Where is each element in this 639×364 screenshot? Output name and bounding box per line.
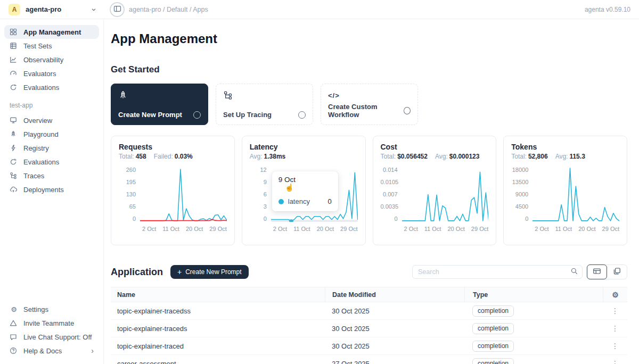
row-menu-button[interactable]: ⋮ bbox=[611, 307, 619, 315]
app-date: 27 Oct 2025 bbox=[325, 360, 464, 364]
rocket-icon bbox=[118, 90, 201, 101]
chart-title: Requests bbox=[119, 143, 227, 151]
sidebar-item-playground[interactable]: Playground bbox=[4, 127, 99, 141]
sidebar-item-registry[interactable]: Registry bbox=[4, 141, 99, 155]
triangle-icon bbox=[10, 319, 18, 327]
table-row[interactable]: topic-explainer-traced 30 Oct 2025 compl… bbox=[111, 337, 627, 355]
workspace-selector[interactable]: A agenta-pro bbox=[9, 4, 97, 15]
app-date: 30 Oct 2025 bbox=[325, 307, 464, 315]
sidebar-item-invite-teammate[interactable]: Invite Teammate bbox=[4, 316, 99, 330]
table-view-button[interactable] bbox=[587, 264, 607, 279]
tree-icon bbox=[223, 90, 306, 101]
y-ticks: 1800013500900045000 bbox=[511, 167, 532, 222]
app-name: topic-explainer-traced bbox=[111, 342, 325, 350]
table-row[interactable]: topic-explainer-tracedss 30 Oct 2025 com… bbox=[111, 302, 627, 320]
app-version: agenta v0.59.10 bbox=[585, 6, 630, 13]
chevron-right-icon: › bbox=[91, 346, 94, 355]
app-date: 30 Oct 2025 bbox=[325, 325, 464, 333]
main-content: App Management Get Started Create New Pr… bbox=[104, 20, 639, 364]
sidebar-item-label: Help & Docs bbox=[23, 347, 62, 355]
table-settings-icon[interactable]: ⚙ bbox=[612, 291, 619, 299]
sidebar-item-app-management[interactable]: App Management bbox=[4, 25, 99, 39]
chart-title: Latency bbox=[250, 143, 358, 151]
card-view-button[interactable] bbox=[607, 265, 627, 279]
type-badge: completion bbox=[472, 341, 514, 352]
y-ticks: 0.0140.01050.0070.00350 bbox=[381, 167, 402, 222]
row-menu-button[interactable]: ⋮ bbox=[611, 325, 619, 332]
column-name: Name bbox=[111, 291, 325, 299]
table-row[interactable]: career-assessment 27 Oct 2025 completion… bbox=[111, 355, 627, 364]
x-ticks: 2 Oct11 Oct20 Oct29 Oct bbox=[535, 226, 619, 232]
sidebar-item-test-sets[interactable]: Test Sets bbox=[4, 39, 99, 53]
card-label: Create Custom Workflow bbox=[328, 103, 404, 119]
type-badge: completion bbox=[472, 323, 514, 334]
workspace-avatar: A bbox=[9, 4, 20, 15]
sidebar-item-evaluators[interactable]: Evaluators bbox=[4, 67, 99, 80]
search-box bbox=[412, 265, 583, 279]
set-up-tracing-card[interactable]: Set Up Tracing bbox=[216, 84, 313, 125]
sidebar-item-label: Evaluators bbox=[23, 70, 56, 78]
row-menu-button[interactable]: ⋮ bbox=[611, 360, 619, 364]
hover-guideline bbox=[271, 220, 358, 222]
column-type: Type bbox=[464, 287, 603, 302]
code-icon: </> bbox=[328, 90, 411, 101]
lightning-icon bbox=[10, 144, 18, 152]
sidebar-item-label: Evaluations bbox=[23, 158, 59, 166]
app-name: topic-explainer-traceds bbox=[111, 325, 325, 333]
sidebar-item-deployments[interactable]: Deployments bbox=[4, 183, 99, 196]
app-date: 30 Oct 2025 bbox=[325, 342, 464, 350]
sidebar-item-traces[interactable]: Traces bbox=[4, 169, 99, 183]
workspace-name: agenta-pro bbox=[26, 5, 61, 13]
latency-chart-card: Latency Avg:1.38ms 129630 2 Oct11 Oct20 … bbox=[242, 136, 366, 245]
line-chart-icon bbox=[10, 56, 18, 63]
chat-bubble-icon bbox=[10, 333, 18, 341]
sidebar-item-help-docs[interactable]: Help & Docs › bbox=[4, 344, 99, 358]
info-icon[interactable] bbox=[404, 107, 411, 114]
cursor-pointer-icon: ☝ bbox=[285, 184, 332, 191]
table-header: Name Date Modified Type ⚙ bbox=[111, 287, 627, 302]
sidebar-item-label: Playground bbox=[23, 130, 59, 138]
sidebar-item-label: Overview bbox=[23, 117, 52, 125]
sidebar-item-evaluations-app[interactable]: Evaluations bbox=[4, 155, 99, 169]
sidebar-item-evaluations[interactable]: Evaluations bbox=[4, 80, 99, 94]
info-icon[interactable] bbox=[298, 111, 306, 119]
sidebar: App Management Test Sets Observability E… bbox=[0, 20, 104, 364]
application-heading: Application bbox=[111, 267, 163, 278]
sidebar-item-label: Live Chat Support: Off bbox=[23, 333, 92, 341]
tooltip-date: 9 Oct bbox=[278, 176, 332, 184]
redo-circle-icon bbox=[10, 84, 18, 91]
x-ticks: 2 Oct11 Oct20 Oct29 Oct bbox=[142, 226, 227, 232]
get-started-heading: Get Started bbox=[111, 64, 627, 75]
search-input[interactable] bbox=[418, 268, 571, 276]
search-icon bbox=[571, 268, 578, 276]
sidebar-collapse-button[interactable] bbox=[110, 2, 125, 17]
chart-stats: Total:$0.056452 Avg:$0.000123 bbox=[381, 153, 489, 160]
row-menu-button[interactable]: ⋮ bbox=[611, 342, 619, 350]
sidebar-item-overview[interactable]: Overview bbox=[4, 113, 99, 127]
plus-icon: + bbox=[177, 268, 182, 276]
sidebar-item-live-chat[interactable]: Live Chat Support: Off bbox=[4, 330, 99, 344]
cost-chart-card: Cost Total:$0.056452 Avg:$0.000123 0.014… bbox=[373, 136, 497, 245]
tree-icon bbox=[10, 172, 18, 179]
x-ticks: 2 Oct11 Oct20 Oct29 Oct bbox=[273, 226, 358, 232]
view-toggle bbox=[587, 264, 627, 279]
page-title: App Management bbox=[111, 31, 627, 46]
sidebar-item-label: Registry bbox=[23, 144, 49, 152]
create-new-prompt-button[interactable]: + Create New Prompt bbox=[170, 265, 249, 279]
chart-title: Cost bbox=[381, 143, 489, 151]
tooltip-series: latency bbox=[288, 197, 310, 205]
create-new-prompt-card[interactable]: Create New Prompt bbox=[111, 84, 208, 125]
chart-stats: Total:458 Failed:0.03% bbox=[119, 153, 227, 160]
top-bar: A agenta-pro agenta-pro / Default / Apps… bbox=[0, 0, 639, 19]
sidebar-item-label: Traces bbox=[23, 172, 44, 180]
search-button[interactable] bbox=[571, 268, 578, 276]
info-icon[interactable] bbox=[193, 111, 201, 119]
legend-dot bbox=[278, 199, 284, 204]
table-icon bbox=[10, 42, 18, 49]
breadcrumb[interactable]: agenta-pro / Default / Apps bbox=[129, 6, 208, 13]
create-custom-workflow-card[interactable]: </> Create Custom Workflow bbox=[321, 84, 418, 125]
sidebar-item-settings[interactable]: ⚙ Settings bbox=[4, 302, 99, 316]
card-label: Set Up Tracing bbox=[223, 111, 272, 119]
sidebar-item-observability[interactable]: Observability bbox=[4, 53, 99, 67]
table-row[interactable]: topic-explainer-traceds 30 Oct 2025 comp… bbox=[111, 320, 627, 337]
